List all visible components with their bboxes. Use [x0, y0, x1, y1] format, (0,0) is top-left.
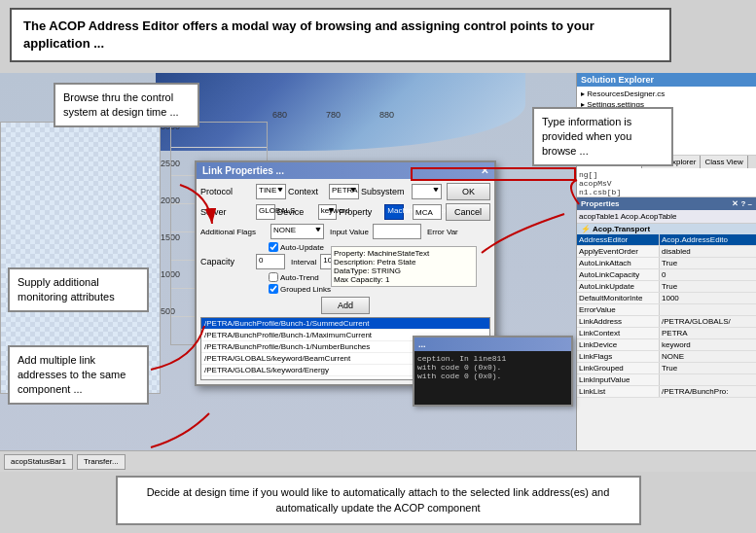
- prop-row-defaultmonitor: DefaultMonitorInte 1000: [577, 293, 756, 304]
- prop-row-autocapacity: AutoLinkCapacity 0: [577, 269, 756, 281]
- protocol-dropdown[interactable]: TINE ▼: [256, 184, 286, 199]
- auto-update-checkbox[interactable]: [269, 242, 278, 252]
- device-value: keyword: [321, 206, 350, 215]
- server-field[interactable]: GLOBALS: [256, 204, 275, 220]
- error-var-label: Error Var: [427, 228, 458, 236]
- prop-val-linkdevice: keyword: [660, 339, 756, 350]
- add-button-row: Add: [200, 297, 490, 314]
- prop-val-errorvalue: [660, 304, 756, 315]
- auto-trend-checkbox[interactable]: [269, 272, 278, 282]
- prop-val-linklist: /PETRA/BunchPro:: [660, 386, 756, 397]
- prop-val-defaultmonitor: 1000: [660, 293, 756, 303]
- prop-name-errorvalue: ErrorValue: [577, 304, 660, 315]
- banner-text: The ACOP Address Editor offers a modal w…: [23, 18, 594, 51]
- dialog-row-2: Server GLOBALS Device keyword ▼ Property…: [200, 203, 490, 221]
- prop-name-applyevent: ApplyEventOrder: [577, 246, 660, 257]
- callout-monitoring-text: Supply additional monitoring attributes: [18, 276, 115, 302]
- auto-update-text: Auto-Update: [280, 243, 324, 252]
- property-field[interactable]: MachineStateText: [384, 204, 404, 220]
- subsystem-arrow: ▼: [433, 186, 440, 193]
- prop-name-linkflags: LinkFlags: [577, 351, 660, 362]
- prop-row-linkflags: LinkFlags NONE: [577, 351, 756, 363]
- device-arrow: ▼: [328, 206, 335, 213]
- mini-dialog-content: ception. In line811 with code 0 (0x0). w…: [414, 351, 571, 405]
- prop-name-autoattach: AutoLinkAttach: [577, 258, 660, 268]
- cancel-button[interactable]: Cancel: [446, 203, 490, 221]
- prop-row-linkcontext: LinkContext PETRA: [577, 328, 756, 339]
- code-line-mini-0: ception. In line811: [417, 354, 568, 363]
- auto-update-label: Auto-Update: [269, 242, 324, 252]
- prop-name-autocapacity: AutoLinkCapacity: [577, 269, 660, 280]
- tab-class-view[interactable]: Class View: [701, 156, 747, 168]
- section-label: Acop.Transport: [593, 225, 650, 233]
- code-line-mini-1: with code 0 (0x0).: [417, 363, 568, 372]
- prop-name-addresseditor: AddressEditor: [577, 234, 660, 245]
- prop-val-autoattach: True: [660, 258, 756, 268]
- error-info-line-0: Property: MachineStateText: [334, 249, 474, 258]
- prop-row-addresseditor: AddressEditor Acop.AddressEdito: [577, 234, 756, 246]
- sol-item-1: ▸ ResourcesDesigner.cs: [579, 89, 754, 99]
- code-line-2: acopMsV: [579, 179, 754, 188]
- taskbar: acopStatusBar1 Transfer...: [0, 450, 756, 472]
- ok-button[interactable]: OK: [447, 183, 490, 200]
- interval-label: Interval: [291, 258, 316, 266]
- acop-transport-section: ⚡ Acop.Transport: [577, 224, 756, 234]
- context-label: Context: [288, 187, 327, 196]
- callout-bottom-text: Decide at design time if you would like …: [147, 486, 610, 513]
- prop-row-linkaddress: LinkAddress /PETRA/GLOBALS/: [577, 316, 756, 328]
- callout-browse: Browse thru the control system at design…: [54, 83, 199, 127]
- grouped-links-checkbox[interactable]: [269, 284, 278, 294]
- flags-arrow: ▼: [315, 226, 322, 232]
- error-info-line-1: Description: Petra State: [334, 258, 474, 266]
- protocol-arrow: ▼: [277, 186, 284, 193]
- device-dropdown[interactable]: keyword ▼: [318, 204, 338, 220]
- prop-row-applyevent: ApplyEventOrder disabled: [577, 246, 756, 258]
- prop-name-linkaddress: LinkAddress: [577, 316, 660, 327]
- top-banner: The ACOP Address Editor offers a modal w…: [10, 8, 671, 62]
- prop-val-autocapacity: 0: [660, 269, 756, 280]
- auto-trend-label: Auto-Trend: [269, 272, 319, 282]
- mca-field[interactable]: MCA: [413, 204, 442, 220]
- list-item-0[interactable]: /PETRA/BunchProfile/Bunch-1/SummedCurren…: [201, 318, 489, 330]
- dialog-row-3: Additional Flags NONE ▼ Input Value Erro…: [200, 224, 490, 239]
- add-button[interactable]: Add: [321, 297, 370, 314]
- component-name: acopTable1 Acop.AcopTable: [579, 212, 677, 221]
- capacity-label: Capacity: [200, 257, 254, 266]
- prop-row-autoupdate: AutoLinkUpdate True: [577, 281, 756, 293]
- properties-header: Properties ✕ ? –: [577, 197, 756, 210]
- x-label-680: 680: [272, 110, 287, 120]
- prop-val-applyevent: disabled: [660, 246, 756, 257]
- prop-val-addresseditor: Acop.AddressEdito: [660, 234, 756, 245]
- subsystem-label: Subsystem: [361, 187, 410, 196]
- properties-label: Properties: [581, 199, 620, 208]
- input-value-field[interactable]: [373, 224, 421, 239]
- protocol-value: TINE: [259, 186, 276, 195]
- dialog-title-text: Link Properties ...: [202, 165, 284, 176]
- callout-multiple-text: Add multiple link addresses to the same …: [18, 354, 126, 395]
- address-editor-highlight: [411, 167, 576, 181]
- callout-bottom: Decide at design time if you would like …: [116, 476, 641, 525]
- capacity-field[interactable]: 0: [256, 254, 285, 269]
- callout-browse-text: Browse thru the control system at design…: [63, 91, 179, 118]
- callout-type-info: Type information is provided when you br…: [532, 107, 673, 166]
- mini-code-dialog: ... ception. In line811 with code 0 (0x0…: [413, 336, 573, 407]
- dialog-row-1: Protocol TINE ▼ Context PETRA ▼ Subsyste…: [200, 183, 490, 200]
- error-info-line-3: Max Capacity: 1: [334, 275, 474, 284]
- prop-row-autoattach: AutoLinkAttach True: [577, 258, 756, 269]
- subsystem-dropdown[interactable]: ▼: [412, 184, 442, 199]
- code-line-mini-2: with code 0 (0x0).: [417, 372, 568, 380]
- prop-val-linkgrouped: True: [660, 363, 756, 373]
- context-dropdown[interactable]: PETRA ▼: [329, 184, 359, 199]
- taskbar-item-1[interactable]: Transfer...: [77, 454, 126, 470]
- callout-type-info-text: Type information is provided when you br…: [542, 116, 631, 157]
- error-info-line-2: DataType: STRING: [334, 266, 474, 275]
- grouped-links-text: Grouped Links: [280, 285, 331, 294]
- prop-name-linkcontext: LinkContext: [577, 328, 660, 338]
- prop-val-linkaddress: /PETRA/GLOBALS/: [660, 316, 756, 327]
- context-arrow: ▼: [350, 186, 357, 193]
- taskbar-item-0[interactable]: acopStatusBar1: [4, 454, 73, 470]
- flags-dropdown[interactable]: NONE ▼: [270, 224, 324, 239]
- prop-row-linkinput: LinkInputValue: [577, 374, 756, 386]
- prop-name-linkgrouped: LinkGrouped: [577, 363, 660, 373]
- code-line-1: ng[]: [579, 170, 754, 179]
